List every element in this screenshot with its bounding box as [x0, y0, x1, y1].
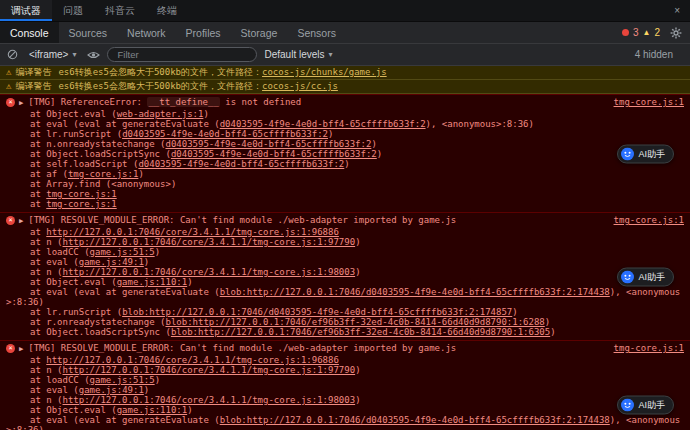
ai-assistant-label: AI助手 [638, 272, 665, 282]
tab-console[interactable]: Console [0, 22, 59, 43]
stack-frame-link[interactable]: d0403595-4f9e-4e0d-bff4-65cffffb633f:2 [220, 119, 426, 129]
stack-frame-link[interactable]: http://127.0.0.1:7046/core/3.4.1.1/tmg-c… [46, 355, 339, 365]
stack-frame-link[interactable]: http://127.0.0.1:7046/core/3.4.1.1/tmg-c… [63, 237, 356, 247]
tab-sensors[interactable]: Sensors [287, 22, 346, 43]
stack-frame-link[interactable]: d0403595-4f9e-4e0d-bff4-65cffffb633f:2 [165, 139, 371, 149]
stack-frame: at loadCC (game.js:51:5) [6, 247, 684, 257]
warning-icon: ⚠ [6, 81, 11, 91]
stack-frame-text: at eval (eval at generateEvaluate ( [30, 287, 220, 297]
error-message-row[interactable]: ×▶[TMG] RESOLVE_MODULE_ERROR: Can't find… [6, 343, 684, 355]
stack-frame-text: at loadCC ( [30, 375, 90, 385]
warning-file-link[interactable]: cocos-js/cc.js [262, 81, 338, 91]
close-icon[interactable]: × [664, 0, 690, 21]
stack-frame-link[interactable]: tmg-core.js:1 [46, 189, 116, 199]
stack-frame-text: ) [203, 109, 208, 119]
stack-frame: at eval (game.js:49:1) [6, 257, 684, 267]
chevron-down-icon: ▾ [72, 50, 76, 59]
app-tab-problems[interactable]: 问题 [52, 0, 94, 21]
stack-frame: at n.onreadystatechange (d0403595-4f9e-4… [6, 139, 684, 149]
error-source-link[interactable]: tmg-core.js:1 [614, 343, 684, 354]
stack-frame-link[interactable]: blob:http://127.0.0.1:7046/ef96b3ff-32ed… [165, 317, 544, 327]
warning-label: 编译警告 [15, 67, 51, 77]
stack-frame-link[interactable]: blob:http://127.0.0.1:7046/d0403595-4f9e… [220, 287, 610, 297]
stack-frame-text: ) [187, 277, 192, 287]
error-source-link[interactable]: tmg-core.js:1 [614, 97, 684, 108]
ai-assistant-icon [621, 270, 634, 283]
expand-caret-icon[interactable]: ▶ [19, 98, 23, 109]
stack-frame-text: at [30, 227, 46, 237]
stack-frame: at Object.eval (game.js:110:1) [6, 405, 684, 415]
stack-frame-link[interactable]: http://127.0.0.1:7046/core/3.4.1.1/tmg-c… [63, 267, 356, 277]
console-warning-row[interactable]: ⚠编译警告es6转换es5会忽略大于500kb的文件，文件路径：cocos-js… [0, 80, 690, 94]
stack-frame-text: at Object.loadScriptSync ( [30, 149, 171, 159]
ai-assistant-button[interactable]: AI助手 [617, 144, 674, 163]
stack-frame: at n (http://127.0.0.1:7046/core/3.4.1.1… [6, 237, 684, 247]
tab-profiles[interactable]: Profiles [176, 22, 231, 43]
expand-caret-icon[interactable]: ▶ [19, 216, 23, 227]
context-selector[interactable]: <iframe> ▾ [25, 48, 80, 61]
stack-frame-link[interactable]: web-adapter.js:1 [117, 109, 204, 119]
stack-frame: at Object.loadScriptSync (d0403595-4f9e-… [6, 149, 684, 159]
tab-sources[interactable]: Sources [59, 22, 118, 43]
warning-count[interactable]: 2 [654, 27, 660, 38]
stack-frame: at http://127.0.0.1:7046/core/3.4.1.1/tm… [6, 355, 684, 365]
console-error-group: ×▶[TMG] RESOLVE_MODULE_ERROR: Can't find… [0, 340, 690, 430]
stack-frame-link[interactable]: game.js:110:1 [117, 277, 187, 287]
stack-frame-link[interactable]: tmg-core.js:1 [68, 169, 138, 179]
stack-frame-link[interactable]: tmg-core.js:1 [46, 199, 116, 209]
stack-frame: at Object.eval (web-adapter.js:1) [6, 109, 684, 119]
expand-caret-icon[interactable]: ▶ [19, 344, 23, 355]
stack-frame: at Object.eval (game.js:110:1) [6, 277, 684, 287]
stack-frame-link[interactable]: http://127.0.0.1:7046/core/3.4.1.1/tmg-c… [63, 395, 356, 405]
stack-frame-link[interactable]: blob:http://127.0.0.1:7046/d0403595-4f9e… [220, 415, 610, 425]
stack-frame-link[interactable]: game.js:51:5 [90, 375, 155, 385]
stack-frame-text: at n.onreadystatechange ( [30, 139, 165, 149]
warning-badge-icon[interactable]: ▲ [643, 28, 651, 37]
stack-frame: at self.loadScript (d0403595-4f9e-4e0d-b… [6, 159, 684, 169]
clear-console-icon[interactable] [7, 49, 18, 60]
log-levels-dropdown[interactable]: Default levels ▾ [264, 49, 332, 60]
stack-frame-link[interactable]: d0403595-4f9e-4e0d-bff4-65cffffb633f:2 [171, 149, 377, 159]
gear-icon[interactable] [670, 27, 682, 39]
hidden-messages-count[interactable]: 4 hidden [635, 49, 683, 60]
ai-assistant-button[interactable]: AI助手 [617, 395, 674, 414]
stack-frame-text: ) [155, 375, 160, 385]
warning-file-link[interactable]: cocos-js/chunks/game.js [262, 67, 387, 77]
ai-assistant-icon [621, 398, 634, 411]
ai-assistant-icon [621, 147, 634, 160]
error-message-row[interactable]: ×▶[TMG] ReferenceError: __tt_define__ is… [6, 97, 684, 109]
error-source-link[interactable]: tmg-core.js:1 [614, 215, 684, 226]
error-count[interactable]: 3 [633, 27, 639, 38]
stack-frame-text: at Object.eval ( [30, 405, 117, 415]
stack-frame-link[interactable]: d0403595-4f9e-4e0d-bff4-65cffffb633f:2 [138, 159, 344, 169]
app-tab-douyin-cloud[interactable]: 抖音云 [94, 0, 146, 21]
error-badge-icon[interactable] [622, 29, 629, 36]
ai-assistant-label: AI助手 [638, 400, 665, 410]
stack-frame-link[interactable]: game.js:51:5 [90, 247, 155, 257]
stack-frame-link[interactable]: blob:http://127.0.0.1:7046/d0403595-4f9e… [122, 307, 512, 317]
ai-assistant-button[interactable]: AI助手 [617, 267, 674, 286]
stack-frame-link[interactable]: game.js:110:1 [117, 405, 187, 415]
stack-frame-link[interactable]: game.js:49:1 [79, 257, 144, 267]
tab-storage[interactable]: Storage [231, 22, 288, 43]
stack-frame-text: [TMG] ReferenceError: [28, 97, 147, 107]
app-tab-debugger[interactable]: 调试器 [0, 0, 52, 21]
console-messages: ⚠编译警告es6转换es5会忽略大于500kb的文件，文件路径：cocos-js… [0, 66, 690, 430]
stack-frame-text: ) [355, 365, 360, 375]
eye-icon[interactable] [87, 50, 100, 60]
stack-frame-text: ) [344, 159, 349, 169]
app-tab-terminal[interactable]: 终端 [146, 0, 188, 21]
filter-input[interactable] [107, 47, 257, 62]
stack-frame-link[interactable]: blob:http://127.0.0.1:7046/ef96b3ff-32ed… [171, 327, 550, 337]
stack-frame-link[interactable]: http://127.0.0.1:7046/core/3.4.1.1/tmg-c… [46, 227, 339, 237]
stack-frame-link[interactable]: game.js:49:1 [79, 385, 144, 395]
stack-frame-text: ) [355, 267, 360, 277]
error-message-row[interactable]: ×▶[TMG] RESOLVE_MODULE_ERROR: Can't find… [6, 215, 684, 227]
stack-frame-text: ) [187, 405, 192, 415]
stack-frame-link[interactable]: http://127.0.0.1:7046/core/3.4.1.1/tmg-c… [63, 365, 356, 375]
tab-network[interactable]: Network [117, 22, 176, 43]
console-warning-row[interactable]: ⚠编译警告es6转换es5会忽略大于500kb的文件，文件路径：cocos-js… [0, 66, 690, 80]
stack-frame-link[interactable]: d0403595-4f9e-4e0d-bff4-65cffffb633f:2 [122, 129, 328, 139]
stack-frame-text: at lr.runScript ( [30, 129, 122, 139]
stack-frame-text: at r.onreadystatechange ( [30, 317, 165, 327]
